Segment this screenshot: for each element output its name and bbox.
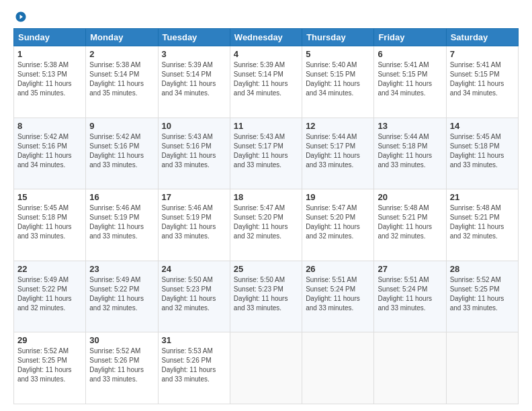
day-number: 14 [450, 121, 515, 131]
calendar-cell: 2 Sunrise: 5:38 AMSunset: 5:14 PMDayligh… [86, 46, 158, 118]
calendar-cell: 19 Sunrise: 5:47 AMSunset: 5:20 PMDaylig… [302, 189, 374, 261]
calendar-cell: 5 Sunrise: 5:40 AMSunset: 5:15 PMDayligh… [302, 46, 374, 118]
calendar-cell: 12 Sunrise: 5:44 AMSunset: 5:17 PMDaylig… [302, 118, 374, 189]
day-number: 27 [378, 264, 442, 274]
day-number: 7 [450, 49, 515, 59]
calendar-cell: 14 Sunrise: 5:45 AMSunset: 5:18 PMDaylig… [446, 118, 518, 189]
day-number: 28 [450, 264, 515, 274]
calendar-cell: 8 Sunrise: 5:42 AMSunset: 5:16 PMDayligh… [14, 118, 86, 189]
day-info: Sunrise: 5:42 AMSunset: 5:16 PMDaylight:… [17, 133, 72, 169]
calendar-cell [446, 332, 518, 404]
day-number: 26 [306, 264, 370, 274]
day-info: Sunrise: 5:43 AMSunset: 5:17 PMDaylight:… [234, 133, 288, 169]
day-number: 8 [17, 121, 82, 131]
day-info: Sunrise: 5:52 AMSunset: 5:25 PMDaylight:… [450, 276, 504, 312]
day-info: Sunrise: 5:46 AMSunset: 5:19 PMDaylight:… [162, 204, 216, 240]
day-number: 4 [234, 49, 298, 59]
day-info: Sunrise: 5:49 AMSunset: 5:22 PMDaylight:… [89, 276, 144, 312]
calendar-header-saturday: Saturday [446, 29, 518, 46]
calendar-cell: 27 Sunrise: 5:51 AMSunset: 5:24 PMDaylig… [374, 261, 446, 332]
day-info: Sunrise: 5:53 AMSunset: 5:26 PMDaylight:… [162, 347, 216, 383]
day-info: Sunrise: 5:48 AMSunset: 5:21 PMDaylight:… [378, 204, 432, 240]
calendar-cell: 18 Sunrise: 5:47 AMSunset: 5:20 PMDaylig… [230, 189, 302, 261]
page: SundayMondayTuesdayWednesdayThursdayFrid… [0, 0, 532, 411]
day-info: Sunrise: 5:50 AMSunset: 5:23 PMDaylight:… [234, 276, 288, 312]
calendar-cell: 1 Sunrise: 5:38 AMSunset: 5:13 PMDayligh… [14, 46, 86, 118]
day-number: 1 [17, 49, 82, 59]
calendar-header-row: SundayMondayTuesdayWednesdayThursdayFrid… [14, 29, 519, 46]
calendar-header-tuesday: Tuesday [158, 29, 230, 46]
day-number: 18 [234, 192, 298, 202]
day-number: 30 [89, 335, 154, 345]
calendar-header-monday: Monday [86, 29, 158, 46]
calendar-week-row: 22 Sunrise: 5:49 AMSunset: 5:22 PMDaylig… [14, 261, 519, 332]
day-info: Sunrise: 5:51 AMSunset: 5:24 PMDaylight:… [378, 276, 432, 312]
calendar-cell: 29 Sunrise: 5:52 AMSunset: 5:25 PMDaylig… [14, 332, 86, 404]
day-info: Sunrise: 5:50 AMSunset: 5:23 PMDaylight:… [162, 276, 216, 312]
logo-icon [15, 11, 27, 23]
day-info: Sunrise: 5:49 AMSunset: 5:22 PMDaylight:… [17, 276, 72, 312]
calendar-header-sunday: Sunday [14, 29, 86, 46]
day-number: 19 [306, 192, 370, 202]
day-info: Sunrise: 5:44 AMSunset: 5:18 PMDaylight:… [378, 133, 432, 169]
day-info: Sunrise: 5:44 AMSunset: 5:17 PMDaylight:… [306, 133, 360, 169]
calendar-cell: 28 Sunrise: 5:52 AMSunset: 5:25 PMDaylig… [446, 261, 518, 332]
calendar-cell [374, 332, 446, 404]
calendar-cell: 11 Sunrise: 5:43 AMSunset: 5:17 PMDaylig… [230, 118, 302, 189]
calendar-cell: 22 Sunrise: 5:49 AMSunset: 5:22 PMDaylig… [14, 261, 86, 332]
day-number: 5 [306, 49, 370, 59]
day-info: Sunrise: 5:45 AMSunset: 5:18 PMDaylight:… [450, 133, 504, 169]
calendar-cell: 16 Sunrise: 5:46 AMSunset: 5:19 PMDaylig… [86, 189, 158, 261]
day-number: 2 [89, 49, 154, 59]
day-info: Sunrise: 5:38 AMSunset: 5:14 PMDaylight:… [89, 61, 144, 97]
day-info: Sunrise: 5:48 AMSunset: 5:21 PMDaylight:… [450, 204, 504, 240]
day-number: 29 [17, 335, 82, 345]
calendar-header-friday: Friday [374, 29, 446, 46]
calendar-cell: 13 Sunrise: 5:44 AMSunset: 5:18 PMDaylig… [374, 118, 446, 189]
calendar-cell: 25 Sunrise: 5:50 AMSunset: 5:23 PMDaylig… [230, 261, 302, 332]
day-number: 31 [162, 335, 226, 345]
day-number: 23 [89, 264, 154, 274]
calendar-cell: 23 Sunrise: 5:49 AMSunset: 5:22 PMDaylig… [86, 261, 158, 332]
calendar-week-row: 29 Sunrise: 5:52 AMSunset: 5:25 PMDaylig… [14, 332, 519, 404]
day-info: Sunrise: 5:51 AMSunset: 5:24 PMDaylight:… [306, 276, 360, 312]
calendar-week-row: 1 Sunrise: 5:38 AMSunset: 5:13 PMDayligh… [14, 46, 519, 118]
day-info: Sunrise: 5:45 AMSunset: 5:18 PMDaylight:… [17, 204, 72, 240]
calendar-cell: 20 Sunrise: 5:48 AMSunset: 5:21 PMDaylig… [374, 189, 446, 261]
day-number: 12 [306, 121, 370, 131]
day-number: 22 [17, 264, 82, 274]
calendar-cell [230, 332, 302, 404]
day-info: Sunrise: 5:52 AMSunset: 5:25 PMDaylight:… [17, 347, 72, 383]
day-number: 11 [234, 121, 298, 131]
calendar-cell [302, 332, 374, 404]
calendar-cell: 15 Sunrise: 5:45 AMSunset: 5:18 PMDaylig… [14, 189, 86, 261]
day-number: 9 [89, 121, 154, 131]
calendar-cell: 9 Sunrise: 5:42 AMSunset: 5:16 PMDayligh… [86, 118, 158, 189]
day-number: 20 [378, 192, 442, 202]
calendar-header-wednesday: Wednesday [230, 29, 302, 46]
day-info: Sunrise: 5:46 AMSunset: 5:19 PMDaylight:… [89, 204, 144, 240]
day-number: 13 [378, 121, 442, 131]
day-info: Sunrise: 5:47 AMSunset: 5:20 PMDaylight:… [234, 204, 288, 240]
header [13, 11, 519, 23]
day-info: Sunrise: 5:42 AMSunset: 5:16 PMDaylight:… [89, 133, 144, 169]
day-number: 6 [378, 49, 442, 59]
day-number: 17 [162, 192, 226, 202]
calendar-cell: 3 Sunrise: 5:39 AMSunset: 5:14 PMDayligh… [158, 46, 230, 118]
day-number: 24 [162, 264, 226, 274]
calendar-cell: 6 Sunrise: 5:41 AMSunset: 5:15 PMDayligh… [374, 46, 446, 118]
calendar-cell: 26 Sunrise: 5:51 AMSunset: 5:24 PMDaylig… [302, 261, 374, 332]
calendar-cell: 31 Sunrise: 5:53 AMSunset: 5:26 PMDaylig… [158, 332, 230, 404]
day-info: Sunrise: 5:40 AMSunset: 5:15 PMDaylight:… [306, 61, 360, 97]
calendar-cell: 21 Sunrise: 5:48 AMSunset: 5:21 PMDaylig… [446, 189, 518, 261]
calendar-cell: 30 Sunrise: 5:52 AMSunset: 5:26 PMDaylig… [86, 332, 158, 404]
calendar-week-row: 15 Sunrise: 5:45 AMSunset: 5:18 PMDaylig… [14, 189, 519, 261]
calendar-cell: 4 Sunrise: 5:39 AMSunset: 5:14 PMDayligh… [230, 46, 302, 118]
logo [13, 11, 27, 23]
day-number: 15 [17, 192, 82, 202]
calendar-cell: 17 Sunrise: 5:46 AMSunset: 5:19 PMDaylig… [158, 189, 230, 261]
day-info: Sunrise: 5:41 AMSunset: 5:15 PMDaylight:… [450, 61, 504, 97]
day-number: 10 [162, 121, 226, 131]
day-info: Sunrise: 5:47 AMSunset: 5:20 PMDaylight:… [306, 204, 360, 240]
day-number: 16 [89, 192, 154, 202]
